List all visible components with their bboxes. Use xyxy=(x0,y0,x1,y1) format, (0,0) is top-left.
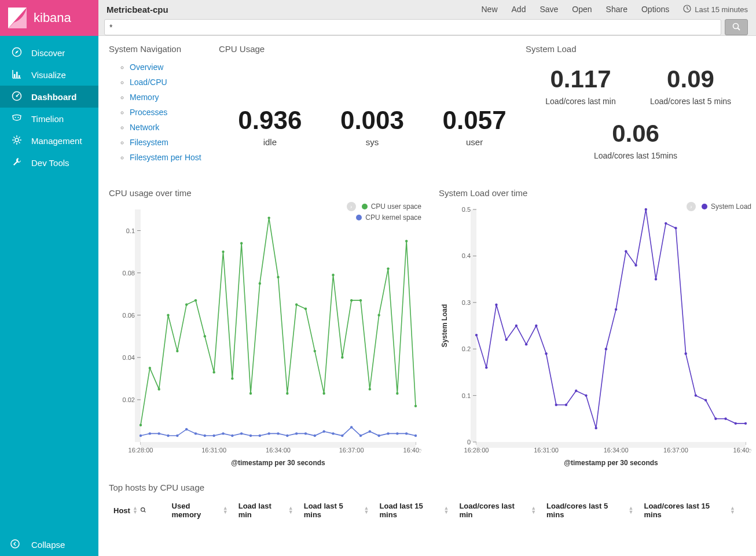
load-metric: 0.06Load/cores last 15mins xyxy=(526,120,746,160)
svg-point-68 xyxy=(350,299,353,301)
time-picker[interactable]: Last 15 minutes xyxy=(683,5,748,14)
legend-label[interactable]: System Load xyxy=(711,202,751,211)
mask-icon xyxy=(10,113,23,125)
metric-label: user xyxy=(443,137,507,147)
save-action[interactable]: Save xyxy=(540,5,558,14)
sort-icon[interactable]: ▲▼ xyxy=(223,506,228,514)
topbar: Metricbeat-cpu NewAddSaveOpenShareOption… xyxy=(98,0,756,36)
svg-point-104 xyxy=(396,432,398,435)
column-label: Used memory xyxy=(172,502,221,519)
column-label: Load/cores last 5 mins xyxy=(546,502,626,519)
sysnav-link[interactable]: Overview xyxy=(130,62,163,72)
svg-rect-4 xyxy=(16,72,18,78)
column-header[interactable]: Load/cores last 5 mins▲▼ xyxy=(546,502,644,519)
svg-point-134 xyxy=(495,304,497,306)
column-header[interactable]: Host▲▼ xyxy=(109,502,172,519)
sort-icon[interactable]: ▲▼ xyxy=(730,506,735,514)
svg-point-56 xyxy=(240,242,243,244)
open-action[interactable]: Open xyxy=(572,5,592,14)
svg-point-155 xyxy=(704,399,707,401)
svg-point-135 xyxy=(505,338,507,341)
search-button[interactable] xyxy=(725,19,748,35)
svg-rect-44 xyxy=(141,442,416,448)
chevron-right-icon[interactable]: › xyxy=(347,202,356,211)
list-item: Filesystem xyxy=(130,135,219,150)
svg-text:0.3: 0.3 xyxy=(462,299,471,306)
svg-text:0.1: 0.1 xyxy=(126,227,135,234)
load-chart[interactable]: 00.10.20.30.40.516:28:0016:31:0016:34:00… xyxy=(439,204,751,470)
svg-point-157 xyxy=(724,418,726,420)
top-actions: NewAddSaveOpenShareOptions xyxy=(482,5,670,14)
column-header[interactable]: Load last 5 mins▲▼ xyxy=(304,502,380,519)
svg-point-139 xyxy=(545,352,547,355)
sort-icon[interactable]: ▲▼ xyxy=(531,506,536,514)
sysnav-link[interactable]: Filesystem xyxy=(130,138,168,147)
sysnav-link[interactable]: Filesystem per Host xyxy=(130,153,201,162)
chart-legend: ›CPU user space CPU kernel space xyxy=(347,202,421,224)
svg-point-97 xyxy=(332,432,334,435)
list-item: Processes xyxy=(130,105,219,120)
add-action[interactable]: Add xyxy=(512,5,526,14)
sysnav-link[interactable]: Processes xyxy=(130,108,167,117)
svg-point-156 xyxy=(714,418,717,420)
sidebar-item-label: Dashboard xyxy=(31,92,76,102)
new-action[interactable]: New xyxy=(482,5,498,14)
sort-icon[interactable]: ▲▼ xyxy=(133,506,138,514)
svg-point-87 xyxy=(240,432,243,435)
svg-point-57 xyxy=(249,392,252,395)
sort-icon[interactable]: ▲▼ xyxy=(364,506,369,514)
svg-point-137 xyxy=(525,343,527,345)
options-action[interactable]: Options xyxy=(641,5,669,14)
svg-point-65 xyxy=(322,392,325,395)
legend-dot-icon xyxy=(356,215,362,220)
column-header[interactable]: Load/cores last 15 mins▲▼ xyxy=(644,502,746,519)
sort-icon[interactable]: ▲▼ xyxy=(288,506,293,514)
metric-label: idle xyxy=(238,137,302,147)
svg-point-103 xyxy=(387,432,389,435)
metric-idle: 0.936idle xyxy=(238,106,302,147)
collapse-button[interactable]: Collapse xyxy=(0,539,98,550)
svg-point-58 xyxy=(259,282,261,285)
svg-point-61 xyxy=(286,392,288,395)
svg-point-143 xyxy=(585,394,587,396)
legend-label[interactable]: CPU user space xyxy=(371,202,421,211)
sidebar-item-discover[interactable]: Discover xyxy=(0,42,98,64)
metric-user: 0.057user xyxy=(443,106,507,147)
column-header[interactable]: Load last 15 mins▲▼ xyxy=(380,502,460,519)
legend-dot-icon xyxy=(702,204,707,209)
column-label: Load/cores last 15 mins xyxy=(644,502,728,519)
column-header[interactable]: Load last min▲▼ xyxy=(238,502,304,519)
svg-point-54 xyxy=(222,251,224,253)
sort-icon[interactable]: ▲▼ xyxy=(629,506,634,514)
svg-point-79 xyxy=(167,435,169,437)
svg-point-91 xyxy=(277,432,279,435)
svg-point-133 xyxy=(485,366,487,369)
collapse-icon xyxy=(10,539,23,550)
svg-point-21 xyxy=(733,23,739,28)
metric-label: Load/cores last min xyxy=(528,97,633,106)
sidebar-item-management[interactable]: Management xyxy=(0,130,98,152)
sysnav-link[interactable]: Network xyxy=(130,123,159,132)
search-icon[interactable] xyxy=(140,506,146,515)
sidebar-item-dev-tools[interactable]: Dev Tools xyxy=(0,152,98,174)
column-header[interactable]: Used memory▲▼ xyxy=(172,502,238,519)
legend-label[interactable]: CPU kernel space xyxy=(365,213,421,222)
svg-point-47 xyxy=(157,388,160,390)
sysnav-link[interactable]: Memory xyxy=(130,93,159,102)
share-action[interactable]: Share xyxy=(606,5,627,14)
sysnav-link[interactable]: Load/CPU xyxy=(130,78,167,87)
query-input[interactable] xyxy=(104,19,721,35)
sort-icon[interactable]: ▲▼ xyxy=(443,506,449,514)
collapse-label: Collapse xyxy=(31,540,65,550)
bar-chart-icon xyxy=(10,69,23,81)
cpu-chart[interactable]: 0.020.040.060.080.116:28:0016:31:0016:34… xyxy=(109,204,421,470)
sidebar-item-timelion[interactable]: Timelion xyxy=(0,108,98,130)
svg-point-70 xyxy=(369,388,371,390)
svg-point-45 xyxy=(140,424,142,426)
svg-line-17 xyxy=(19,137,20,138)
column-header[interactable]: Load/cores last min▲▼ xyxy=(459,502,546,519)
sidebar-item-dashboard[interactable]: Dashboard xyxy=(0,86,98,108)
svg-point-75 xyxy=(414,405,417,407)
chevron-right-icon[interactable]: › xyxy=(687,202,696,211)
sidebar-item-visualize[interactable]: Visualize xyxy=(0,64,98,86)
